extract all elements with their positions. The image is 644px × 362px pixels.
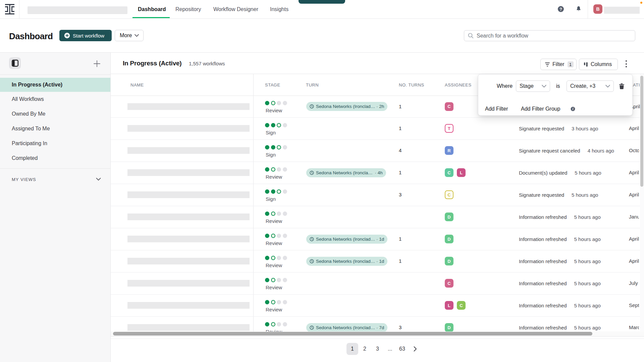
svg-text:i: i — [573, 107, 574, 111]
